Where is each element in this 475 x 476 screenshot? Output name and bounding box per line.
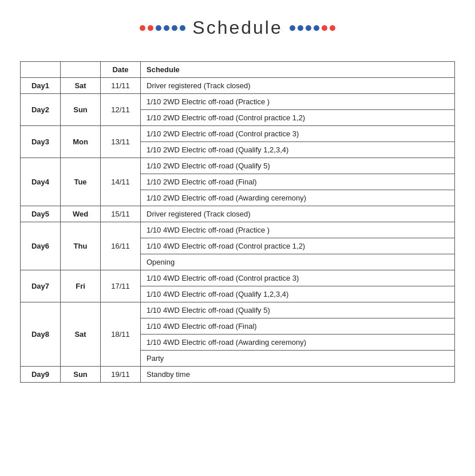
schedule-table: DateScheduleDay1Sat11/11Driver registere… bbox=[20, 61, 455, 383]
weekday-cell: Thu bbox=[61, 222, 101, 270]
dots-right bbox=[290, 25, 335, 31]
day-cell: Day8 bbox=[21, 302, 61, 367]
schedule-table-wrap: DateScheduleDay1Sat11/11Driver registere… bbox=[20, 61, 455, 383]
dot-icon bbox=[306, 25, 311, 31]
schedule-cell: 1/10 4WD Electric off-road (Final) bbox=[141, 318, 455, 335]
table-header bbox=[61, 62, 101, 78]
table-row: Day6Thu16/111/10 4WD Electric off-road (… bbox=[21, 222, 455, 238]
date-cell: 16/11 bbox=[101, 222, 141, 270]
weekday-cell: Sat bbox=[61, 302, 101, 367]
dot-icon bbox=[140, 25, 145, 31]
date-cell: 11/11 bbox=[101, 78, 141, 94]
table-row: Day3Mon13/111/10 2WD Electric off-road (… bbox=[21, 126, 455, 142]
schedule-cell: 1/10 4WD Electric off-road (Awarding cer… bbox=[141, 335, 455, 351]
table-row: Day5Wed15/11Driver registered (Track clo… bbox=[21, 206, 455, 222]
dot-icon bbox=[290, 25, 295, 31]
schedule-cell: 1/10 2WD Electric off-road (Awarding cer… bbox=[141, 190, 455, 206]
dot-icon bbox=[172, 25, 177, 31]
date-cell: 18/11 bbox=[101, 302, 141, 367]
page-header: Schedule bbox=[140, 17, 335, 38]
schedule-cell: Party bbox=[141, 351, 455, 367]
table-header: Date bbox=[101, 62, 141, 78]
table-header: Schedule bbox=[141, 62, 455, 78]
schedule-cell: 1/10 4WD Electric off-road (Qualify 5) bbox=[141, 302, 455, 318]
day-cell: Day6 bbox=[21, 222, 61, 270]
table-header bbox=[21, 62, 61, 78]
weekday-cell: Fri bbox=[61, 270, 101, 302]
schedule-cell: 1/10 4WD Electric off-road (Control prac… bbox=[141, 238, 455, 254]
schedule-cell: Opening bbox=[141, 254, 455, 270]
day-cell: Day5 bbox=[21, 206, 61, 222]
schedule-cell: 1/10 2WD Electric off-road (Qualify 1,2,… bbox=[141, 142, 455, 158]
table-row: Day7Fri17/111/10 4WD Electric off-road (… bbox=[21, 270, 455, 286]
schedule-cell: 1/10 2WD Electric off-road (Control prac… bbox=[141, 126, 455, 142]
schedule-cell: Driver registered (Track closed) bbox=[141, 206, 455, 222]
weekday-cell: Tue bbox=[61, 158, 101, 206]
table-row: Day9Sun19/11Standby time bbox=[21, 367, 455, 383]
dot-icon bbox=[148, 25, 153, 31]
schedule-cell: 1/10 4WD Electric off-road (Practice ) bbox=[141, 222, 455, 238]
page-title: Schedule bbox=[192, 17, 282, 38]
schedule-cell: 1/10 4WD Electric off-road (Qualify 1,2,… bbox=[141, 286, 455, 302]
schedule-cell: Standby time bbox=[141, 367, 455, 383]
dot-icon bbox=[322, 25, 327, 31]
dot-icon bbox=[298, 25, 303, 31]
day-cell: Day2 bbox=[21, 94, 61, 126]
weekday-cell: Wed bbox=[61, 206, 101, 222]
day-cell: Day3 bbox=[21, 126, 61, 158]
weekday-cell: Sat bbox=[61, 78, 101, 94]
schedule-cell: 1/10 2WD Electric off-road (Final) bbox=[141, 174, 455, 190]
date-cell: 15/11 bbox=[101, 206, 141, 222]
weekday-cell: Mon bbox=[61, 126, 101, 158]
date-cell: 17/11 bbox=[101, 270, 141, 302]
dot-icon bbox=[164, 25, 169, 31]
schedule-cell: 1/10 2WD Electric off-road (Control prac… bbox=[141, 110, 455, 126]
day-cell: Day1 bbox=[21, 78, 61, 94]
schedule-cell: 1/10 4WD Electric off-road (Control prac… bbox=[141, 270, 455, 286]
date-cell: 12/11 bbox=[101, 94, 141, 126]
dots-left bbox=[140, 25, 185, 31]
date-cell: 14/11 bbox=[101, 158, 141, 206]
dot-icon bbox=[314, 25, 319, 31]
dot-icon bbox=[156, 25, 161, 31]
table-row: Day8Sat18/111/10 4WD Electric off-road (… bbox=[21, 302, 455, 318]
schedule-cell: 1/10 2WD Electric off-road (Qualify 5) bbox=[141, 158, 455, 174]
table-row: Day4Tue14/111/10 2WD Electric off-road (… bbox=[21, 158, 455, 174]
dot-icon bbox=[330, 25, 335, 31]
schedule-cell: Driver registered (Track closed) bbox=[141, 78, 455, 94]
weekday-cell: Sun bbox=[61, 94, 101, 126]
day-cell: Day9 bbox=[21, 367, 61, 383]
day-cell: Day4 bbox=[21, 158, 61, 206]
date-cell: 19/11 bbox=[101, 367, 141, 383]
table-row: Day2Sun12/111/10 2WD Electric off-road (… bbox=[21, 94, 455, 110]
dot-icon bbox=[180, 25, 185, 31]
schedule-cell: 1/10 2WD Electric off-road (Practice ) bbox=[141, 94, 455, 110]
day-cell: Day7 bbox=[21, 270, 61, 302]
weekday-cell: Sun bbox=[61, 367, 101, 383]
table-row: Day1Sat11/11Driver registered (Track clo… bbox=[21, 78, 455, 94]
date-cell: 13/11 bbox=[101, 126, 141, 158]
